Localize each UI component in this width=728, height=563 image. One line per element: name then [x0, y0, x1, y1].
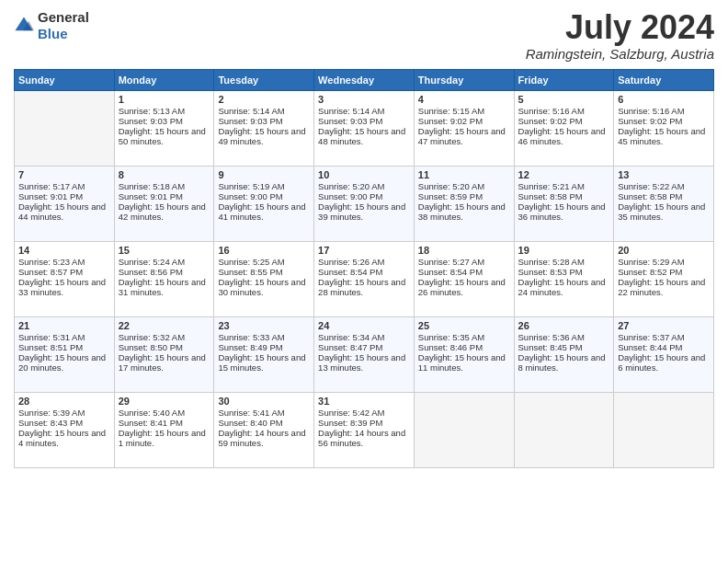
calendar-cell: 27Sunrise: 5:37 AMSunset: 8:44 PMDayligh…: [614, 316, 714, 392]
sunrise-text: Sunrise: 5:20 AM: [418, 181, 484, 191]
daylight-text: Daylight: 15 hours and 22 minutes.: [618, 277, 705, 297]
sunrise-text: Sunrise: 5:40 AM: [119, 408, 185, 418]
sunset-text: Sunset: 8:54 PM: [418, 267, 483, 277]
daylight-text: Daylight: 15 hours and 42 minutes.: [119, 201, 206, 222]
calendar-cell: 12Sunrise: 5:21 AMSunset: 8:58 PMDayligh…: [514, 166, 614, 241]
calendar-header-sunday: Sunday: [15, 69, 115, 90]
day-number: 9: [218, 169, 310, 180]
sunrise-text: Sunrise: 5:35 AM: [418, 332, 484, 342]
sunrise-text: Sunrise: 5:26 AM: [318, 257, 384, 267]
day-number: 29: [119, 396, 210, 407]
day-number: 7: [18, 169, 110, 180]
sunrise-text: Sunrise: 5:37 AM: [618, 332, 684, 342]
day-number: 23: [218, 320, 310, 331]
daylight-text: Daylight: 15 hours and 24 minutes.: [518, 277, 606, 297]
title-block: July 2024 Ramingstein, Salzburg, Austria: [526, 9, 714, 62]
sunrise-text: Sunrise: 5:19 AM: [218, 181, 284, 191]
day-number: 10: [318, 169, 410, 180]
daylight-text: Daylight: 15 hours and 41 minutes.: [218, 201, 305, 222]
daylight-text: Daylight: 15 hours and 45 minutes.: [618, 126, 705, 146]
sunrise-text: Sunrise: 5:28 AM: [518, 257, 585, 267]
calendar-cell: 23Sunrise: 5:33 AMSunset: 8:49 PMDayligh…: [214, 316, 314, 392]
calendar-cell: 15Sunrise: 5:24 AMSunset: 8:56 PMDayligh…: [114, 241, 214, 316]
daylight-text: Daylight: 15 hours and 11 minutes.: [418, 352, 506, 373]
day-number: 20: [618, 245, 710, 256]
day-number: 5: [518, 94, 610, 105]
calendar-cell: 30Sunrise: 5:41 AMSunset: 8:40 PMDayligh…: [214, 392, 314, 467]
calendar-header-row: SundayMondayTuesdayWednesdayThursdayFrid…: [15, 69, 714, 90]
calendar-cell: 1Sunrise: 5:13 AMSunset: 9:03 PMDaylight…: [114, 90, 214, 166]
calendar-cell: 11Sunrise: 5:20 AMSunset: 8:59 PMDayligh…: [414, 166, 514, 241]
daylight-text: Daylight: 15 hours and 28 minutes.: [318, 277, 405, 297]
day-number: 15: [119, 245, 210, 256]
sunrise-text: Sunrise: 5:14 AM: [218, 106, 284, 116]
daylight-text: Daylight: 14 hours and 59 minutes.: [218, 428, 305, 448]
day-number: 1: [119, 94, 210, 105]
day-number: 27: [618, 320, 710, 331]
day-number: 26: [518, 320, 610, 331]
day-number: 22: [119, 320, 210, 331]
sunrise-text: Sunrise: 5:13 AM: [119, 106, 185, 116]
calendar-week-3: 14Sunrise: 5:23 AMSunset: 8:57 PMDayligh…: [15, 241, 714, 316]
day-number: 4: [418, 94, 510, 105]
sunset-text: Sunset: 9:01 PM: [119, 191, 183, 201]
sunrise-text: Sunrise: 5:34 AM: [318, 332, 384, 342]
sunset-text: Sunset: 8:58 PM: [518, 191, 583, 201]
sunset-text: Sunset: 9:03 PM: [218, 116, 282, 126]
day-number: 8: [119, 169, 210, 180]
daylight-text: Daylight: 15 hours and 33 minutes.: [18, 277, 106, 297]
sunrise-text: Sunrise: 5:36 AM: [518, 332, 585, 342]
daylight-text: Daylight: 15 hours and 8 minutes.: [518, 352, 606, 373]
calendar-cell: 4Sunrise: 5:15 AMSunset: 9:02 PMDaylight…: [414, 90, 514, 166]
sunset-text: Sunset: 8:59 PM: [418, 191, 483, 201]
day-number: 6: [618, 94, 710, 105]
sunset-text: Sunset: 9:00 PM: [318, 191, 382, 201]
sunset-text: Sunset: 8:40 PM: [218, 418, 282, 428]
calendar-cell: 29Sunrise: 5:40 AMSunset: 8:41 PMDayligh…: [114, 392, 214, 467]
sunset-text: Sunset: 9:02 PM: [618, 116, 682, 126]
daylight-text: Daylight: 15 hours and 6 minutes.: [618, 352, 705, 373]
calendar-cell: 5Sunrise: 5:16 AMSunset: 9:02 PMDaylight…: [514, 90, 614, 166]
calendar-cell: 7Sunrise: 5:17 AMSunset: 9:01 PMDaylight…: [15, 166, 115, 241]
sunrise-text: Sunrise: 5:23 AM: [18, 257, 85, 267]
day-number: 2: [218, 94, 310, 105]
daylight-text: Daylight: 15 hours and 44 minutes.: [18, 201, 106, 222]
daylight-text: Daylight: 15 hours and 36 minutes.: [518, 201, 606, 222]
daylight-text: Daylight: 15 hours and 30 minutes.: [218, 277, 305, 297]
daylight-text: Daylight: 15 hours and 47 minutes.: [418, 126, 506, 146]
calendar-table: SundayMondayTuesdayWednesdayThursdayFrid…: [14, 69, 714, 468]
calendar-header-thursday: Thursday: [414, 69, 514, 90]
calendar-cell: 3Sunrise: 5:14 AMSunset: 9:03 PMDaylight…: [314, 90, 415, 166]
day-number: 21: [18, 320, 110, 331]
day-number: 18: [418, 245, 510, 256]
sunset-text: Sunset: 8:39 PM: [318, 418, 382, 428]
day-number: 24: [318, 320, 410, 331]
day-number: 28: [18, 396, 110, 407]
calendar-body: 1Sunrise: 5:13 AMSunset: 9:03 PMDaylight…: [15, 90, 714, 467]
daylight-text: Daylight: 15 hours and 20 minutes.: [18, 352, 106, 373]
sunrise-text: Sunrise: 5:16 AM: [618, 106, 684, 116]
sunset-text: Sunset: 8:44 PM: [618, 342, 682, 352]
calendar-cell: 10Sunrise: 5:20 AMSunset: 9:00 PMDayligh…: [314, 166, 415, 241]
calendar-cell: 20Sunrise: 5:29 AMSunset: 8:52 PMDayligh…: [614, 241, 714, 316]
daylight-text: Daylight: 15 hours and 46 minutes.: [518, 126, 606, 146]
sunrise-text: Sunrise: 5:14 AM: [318, 106, 384, 116]
day-number: 17: [318, 245, 410, 256]
sunset-text: Sunset: 8:58 PM: [618, 191, 682, 201]
sunset-text: Sunset: 8:49 PM: [218, 342, 282, 352]
calendar-header-friday: Friday: [514, 69, 614, 90]
calendar-cell: [15, 90, 115, 166]
calendar-header-wednesday: Wednesday: [314, 69, 415, 90]
sunset-text: Sunset: 8:45 PM: [518, 342, 583, 352]
day-number: 14: [18, 245, 110, 256]
calendar-cell: 14Sunrise: 5:23 AMSunset: 8:57 PMDayligh…: [15, 241, 115, 316]
daylight-text: Daylight: 15 hours and 39 minutes.: [318, 201, 405, 222]
daylight-text: Daylight: 15 hours and 35 minutes.: [618, 201, 705, 222]
calendar-cell: 6Sunrise: 5:16 AMSunset: 9:02 PMDaylight…: [614, 90, 714, 166]
calendar-week-1: 1Sunrise: 5:13 AMSunset: 9:03 PMDaylight…: [15, 90, 714, 166]
calendar-cell: 26Sunrise: 5:36 AMSunset: 8:45 PMDayligh…: [514, 316, 614, 392]
calendar-cell: 9Sunrise: 5:19 AMSunset: 9:00 PMDaylight…: [214, 166, 314, 241]
logo-icon: [14, 16, 34, 36]
calendar-cell: 21Sunrise: 5:31 AMSunset: 8:51 PMDayligh…: [15, 316, 115, 392]
calendar-cell: [414, 392, 514, 467]
